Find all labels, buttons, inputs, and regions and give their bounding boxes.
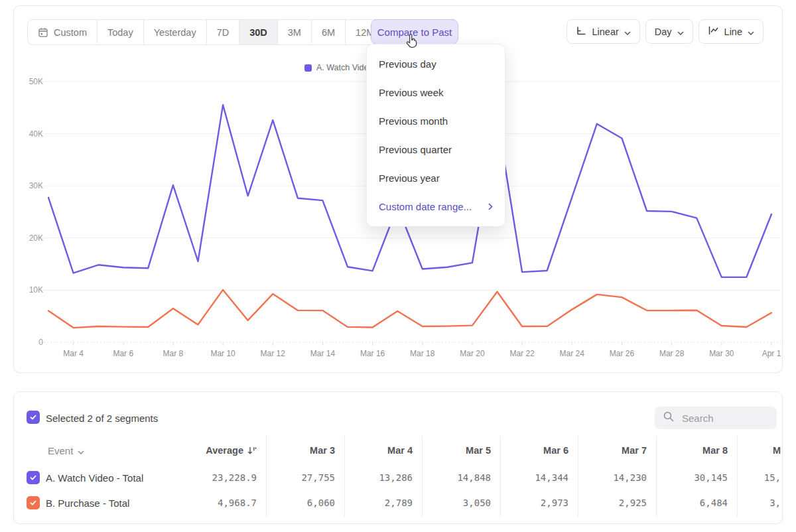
x-tick-label: Mar 10 [204,349,241,358]
column-header-mar-7[interactable]: Mar 7 [574,438,647,462]
column-divider [737,436,738,517]
cell: 4,968.7 [177,490,257,515]
column-header-label: Mar 8 [702,445,728,456]
column-header-average[interactable]: Average [184,438,257,462]
table-row: A. Watch Video - Total23,228.927,75513,2… [14,465,782,490]
x-tick-label: Mar 26 [603,349,640,358]
y-tick-label: 40K [14,129,43,139]
cell: 6,484 [648,490,728,515]
cell: 14,848 [411,465,491,490]
column-header-mar-6[interactable]: Mar 6 [496,438,568,462]
custom-date-range-label: Custom date range... [379,201,472,212]
column-header-label: Average [206,445,243,456]
row-checkbox[interactable] [27,496,40,509]
y-tick-label: 0 [14,338,43,347]
menu-item-previous-week[interactable]: Previous week [367,78,505,107]
table-header-row: Event AverageMar 3Mar 4Mar 5Mar 6Mar 7Ma… [14,438,782,462]
segments-table-panel: Selected 2 of 2 segments Event AverageMa… [13,391,783,524]
x-tick-label: Mar 14 [304,349,341,358]
x-tick-label: Apr 1 [753,349,783,358]
column-header-label: Mar 5 [466,445,491,456]
cell: 6,060 [255,490,335,515]
column-divider [656,436,657,517]
column-divider [578,436,578,517]
column-header-label: Mar 3 [310,445,335,456]
cell: 23,228.9 [177,465,257,490]
search-input[interactable] [681,412,763,425]
row-name: A. Watch Video - Total [46,465,143,490]
x-tick-label: Mar 8 [155,349,192,358]
column-header-label: Mar 4 [387,445,413,456]
x-tick-label: Mar 18 [404,349,441,358]
check-icon [29,413,37,421]
x-tick-label: Mar 24 [553,349,590,358]
chevron-right-icon [488,201,493,212]
x-tick-label: Mar 30 [703,349,740,358]
column-header-truncated: M [741,438,781,462]
row-name: B. Purchase - Total [46,490,129,515]
cell: 2,925 [567,490,647,515]
column-divider [344,436,345,517]
sort-descending-icon [247,446,257,455]
cell: 27,755 [255,465,335,490]
cell: 30,145 [648,465,728,490]
chevron-down-icon [78,445,84,456]
menu-item-previous-month[interactable]: Previous month [367,107,505,135]
row-checkbox[interactable] [27,471,40,484]
column-divider [422,436,423,517]
cell: 15, [741,465,781,490]
x-tick-label: Mar 28 [653,349,691,358]
cell: 2,973 [489,490,568,515]
y-tick-label: 30K [14,181,43,190]
menu-item-previous-day[interactable]: Previous day [367,50,505,78]
x-tick-label: Mar 6 [105,349,142,358]
search-icon [663,411,675,425]
table-row: B. Purchase - Total4,968.76,0602,7893,05… [14,490,782,515]
column-header-mar-3[interactable]: Mar 3 [262,438,335,462]
cell: 14,230 [567,465,647,490]
column-header-mar-5[interactable]: Mar 5 [418,438,491,462]
y-tick-label: 20K [14,233,43,243]
column-divider [500,436,501,517]
cursor-pointer-icon [405,33,421,52]
x-tick-label: Mar 20 [454,349,491,358]
cell: 2,789 [333,490,413,515]
event-header-label: Event [48,445,73,456]
column-header-label: M [773,445,781,456]
y-tick-label: 50K [14,77,43,86]
x-tick-label: Mar 22 [503,349,541,358]
column-header-mar-4[interactable]: Mar 4 [340,438,413,462]
x-tick-label: Mar 16 [354,349,391,358]
compare-dropdown-menu: Previous dayPrevious weekPrevious monthP… [366,44,505,227]
search-box [655,407,777,429]
column-header-label: Mar 7 [622,445,647,456]
y-tick-label: 10K [14,285,43,295]
cell: 3, [741,490,781,515]
column-header-label: Mar 6 [543,445,568,456]
menu-item-custom-date-range[interactable]: Custom date range... [367,192,505,221]
menu-item-previous-year[interactable]: Previous year [367,164,505,192]
x-tick-label: Mar 12 [254,349,291,358]
column-header-event[interactable]: Event [48,438,84,462]
cell: 3,050 [411,490,491,515]
menu-item-previous-quarter[interactable]: Previous quarter [367,135,505,164]
cell: 14,344 [489,465,568,490]
column-divider [266,436,267,517]
x-tick-label: Mar 4 [55,349,92,358]
select-all-checkbox[interactable] [27,411,40,424]
selected-segments-label: Selected 2 of 2 segments [46,407,158,429]
column-header-mar-8[interactable]: Mar 8 [655,438,728,462]
cell: 13,286 [333,465,413,490]
